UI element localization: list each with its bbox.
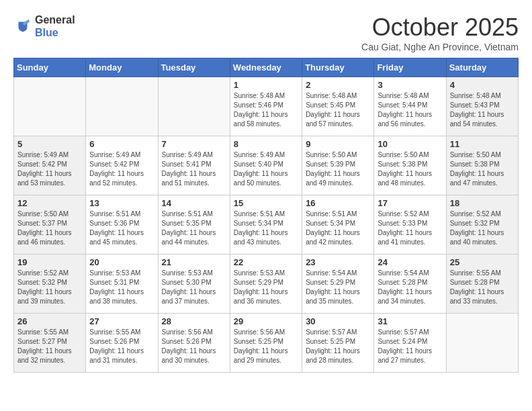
day-number: 30 — [306, 316, 370, 326]
day-number: 20 — [89, 257, 154, 267]
weekday-header-monday: Monday — [86, 58, 158, 77]
day-detail: Sunrise: 5:51 AM Sunset: 5:34 PM Dayligh… — [234, 210, 298, 247]
day-detail: Sunrise: 5:51 AM Sunset: 5:34 PM Dayligh… — [306, 210, 370, 247]
weekday-header-sunday: Sunday — [14, 58, 86, 77]
calendar-cell — [446, 314, 518, 373]
day-number: 14 — [162, 198, 226, 208]
day-number: 15 — [234, 198, 298, 208]
calendar-cell: 19Sunrise: 5:52 AM Sunset: 5:32 PM Dayli… — [14, 255, 86, 314]
day-detail: Sunrise: 5:52 AM Sunset: 5:33 PM Dayligh… — [378, 210, 442, 247]
calendar-cell: 15Sunrise: 5:51 AM Sunset: 5:34 PM Dayli… — [230, 195, 302, 255]
day-number: 24 — [378, 257, 442, 267]
day-number: 3 — [378, 80, 442, 90]
calendar-cell: 4Sunrise: 5:48 AM Sunset: 5:43 PM Daylig… — [446, 77, 518, 136]
weekday-header-thursday: Thursday — [302, 58, 374, 77]
day-detail: Sunrise: 5:48 AM Sunset: 5:44 PM Dayligh… — [378, 91, 442, 129]
calendar-table: SundayMondayTuesdayWednesdayThursdayFrid… — [13, 58, 519, 373]
location: Cau Giat, Nghe An Province, Vietnam — [361, 42, 519, 52]
day-number: 17 — [378, 198, 442, 208]
day-number: 18 — [450, 198, 515, 208]
calendar-cell: 30Sunrise: 5:57 AM Sunset: 5:25 PM Dayli… — [302, 314, 374, 373]
week-row-1: 1Sunrise: 5:48 AM Sunset: 5:46 PM Daylig… — [14, 77, 519, 136]
day-detail: Sunrise: 5:57 AM Sunset: 5:25 PM Dayligh… — [306, 328, 370, 365]
logo: General Blue — [13, 13, 75, 39]
calendar-cell: 18Sunrise: 5:52 AM Sunset: 5:32 PM Dayli… — [446, 195, 518, 255]
day-detail: Sunrise: 5:49 AM Sunset: 5:42 PM Dayligh… — [89, 150, 154, 188]
day-number: 13 — [89, 198, 154, 208]
day-number: 29 — [234, 316, 298, 326]
calendar-cell: 10Sunrise: 5:50 AM Sunset: 5:38 PM Dayli… — [374, 136, 446, 195]
day-number: 16 — [306, 198, 370, 208]
day-detail: Sunrise: 5:54 AM Sunset: 5:29 PM Dayligh… — [306, 269, 370, 306]
day-number: 1 — [234, 80, 298, 90]
day-detail: Sunrise: 5:55 AM Sunset: 5:27 PM Dayligh… — [17, 328, 82, 365]
day-detail: Sunrise: 5:48 AM Sunset: 5:46 PM Dayligh… — [234, 91, 298, 129]
week-row-5: 26Sunrise: 5:55 AM Sunset: 5:27 PM Dayli… — [14, 314, 519, 373]
week-row-3: 12Sunrise: 5:50 AM Sunset: 5:37 PM Dayli… — [14, 195, 519, 255]
calendar-cell: 6Sunrise: 5:49 AM Sunset: 5:42 PM Daylig… — [86, 136, 158, 195]
day-number: 4 — [450, 80, 515, 90]
day-detail: Sunrise: 5:49 AM Sunset: 5:41 PM Dayligh… — [162, 150, 226, 188]
calendar-cell — [86, 77, 158, 136]
day-detail: Sunrise: 5:56 AM Sunset: 5:26 PM Dayligh… — [162, 328, 226, 365]
day-detail: Sunrise: 5:48 AM Sunset: 5:45 PM Dayligh… — [306, 91, 370, 129]
calendar-cell: 1Sunrise: 5:48 AM Sunset: 5:46 PM Daylig… — [230, 77, 302, 136]
day-detail: Sunrise: 5:51 AM Sunset: 5:35 PM Dayligh… — [162, 210, 226, 247]
calendar-cell: 20Sunrise: 5:53 AM Sunset: 5:31 PM Dayli… — [86, 255, 158, 314]
day-number: 28 — [162, 316, 226, 326]
day-detail: Sunrise: 5:50 AM Sunset: 5:37 PM Dayligh… — [17, 210, 82, 247]
calendar-cell: 7Sunrise: 5:49 AM Sunset: 5:41 PM Daylig… — [158, 136, 230, 195]
day-detail: Sunrise: 5:53 AM Sunset: 5:31 PM Dayligh… — [89, 269, 154, 306]
day-number: 6 — [89, 139, 154, 149]
calendar-cell: 14Sunrise: 5:51 AM Sunset: 5:35 PM Dayli… — [158, 195, 230, 255]
day-detail: Sunrise: 5:53 AM Sunset: 5:30 PM Dayligh… — [162, 269, 226, 306]
day-number: 31 — [378, 316, 442, 326]
calendar-cell: 25Sunrise: 5:55 AM Sunset: 5:28 PM Dayli… — [446, 255, 518, 314]
weekday-header-tuesday: Tuesday — [158, 58, 230, 77]
calendar-cell — [14, 77, 86, 136]
day-detail: Sunrise: 5:54 AM Sunset: 5:28 PM Dayligh… — [378, 269, 442, 306]
weekday-header-wednesday: Wednesday — [230, 58, 302, 77]
calendar-cell: 5Sunrise: 5:49 AM Sunset: 5:42 PM Daylig… — [14, 136, 86, 195]
page-header: General Blue October 2025 Cau Giat, Nghe… — [13, 13, 519, 52]
week-row-2: 5Sunrise: 5:49 AM Sunset: 5:42 PM Daylig… — [14, 136, 519, 195]
day-detail: Sunrise: 5:49 AM Sunset: 5:40 PM Dayligh… — [234, 150, 298, 188]
day-number: 8 — [234, 139, 298, 149]
day-detail: Sunrise: 5:57 AM Sunset: 5:24 PM Dayligh… — [378, 328, 442, 365]
calendar-cell: 2Sunrise: 5:48 AM Sunset: 5:45 PM Daylig… — [302, 77, 374, 136]
day-detail: Sunrise: 5:49 AM Sunset: 5:42 PM Dayligh… — [17, 150, 82, 188]
day-detail: Sunrise: 5:56 AM Sunset: 5:25 PM Dayligh… — [234, 328, 298, 365]
calendar-cell: 26Sunrise: 5:55 AM Sunset: 5:27 PM Dayli… — [14, 314, 86, 373]
header-row: SundayMondayTuesdayWednesdayThursdayFrid… — [14, 58, 519, 77]
calendar-cell: 24Sunrise: 5:54 AM Sunset: 5:28 PM Dayli… — [374, 255, 446, 314]
day-number: 19 — [17, 257, 82, 267]
day-number: 2 — [306, 80, 370, 90]
weekday-header-friday: Friday — [374, 58, 446, 77]
day-number: 22 — [234, 257, 298, 267]
day-detail: Sunrise: 5:51 AM Sunset: 5:36 PM Dayligh… — [89, 210, 154, 247]
day-detail: Sunrise: 5:50 AM Sunset: 5:39 PM Dayligh… — [306, 150, 370, 188]
logo-text: General Blue — [35, 13, 75, 39]
calendar-cell: 12Sunrise: 5:50 AM Sunset: 5:37 PM Dayli… — [14, 195, 86, 255]
calendar-cell: 21Sunrise: 5:53 AM Sunset: 5:30 PM Dayli… — [158, 255, 230, 314]
calendar-cell: 3Sunrise: 5:48 AM Sunset: 5:44 PM Daylig… — [374, 77, 446, 136]
calendar-cell: 28Sunrise: 5:56 AM Sunset: 5:26 PM Dayli… — [158, 314, 230, 373]
day-number: 12 — [17, 198, 82, 208]
calendar-cell: 23Sunrise: 5:54 AM Sunset: 5:29 PM Dayli… — [302, 255, 374, 314]
calendar-cell: 8Sunrise: 5:49 AM Sunset: 5:40 PM Daylig… — [230, 136, 302, 195]
day-detail: Sunrise: 5:50 AM Sunset: 5:38 PM Dayligh… — [450, 150, 515, 188]
weekday-header-saturday: Saturday — [446, 58, 518, 77]
day-number: 10 — [378, 139, 442, 149]
calendar-cell: 27Sunrise: 5:55 AM Sunset: 5:26 PM Dayli… — [86, 314, 158, 373]
calendar-cell: 9Sunrise: 5:50 AM Sunset: 5:39 PM Daylig… — [302, 136, 374, 195]
calendar-cell: 22Sunrise: 5:53 AM Sunset: 5:29 PM Dayli… — [230, 255, 302, 314]
day-detail: Sunrise: 5:52 AM Sunset: 5:32 PM Dayligh… — [450, 210, 515, 247]
day-number: 23 — [306, 257, 370, 267]
day-detail: Sunrise: 5:53 AM Sunset: 5:29 PM Dayligh… — [234, 269, 298, 306]
calendar-cell: 29Sunrise: 5:56 AM Sunset: 5:25 PM Dayli… — [230, 314, 302, 373]
day-detail: Sunrise: 5:50 AM Sunset: 5:38 PM Dayligh… — [378, 150, 442, 188]
title-block: October 2025 Cau Giat, Nghe An Province,… — [361, 13, 519, 52]
day-number: 9 — [306, 139, 370, 149]
calendar-cell: 16Sunrise: 5:51 AM Sunset: 5:34 PM Dayli… — [302, 195, 374, 255]
day-number: 25 — [450, 257, 515, 267]
